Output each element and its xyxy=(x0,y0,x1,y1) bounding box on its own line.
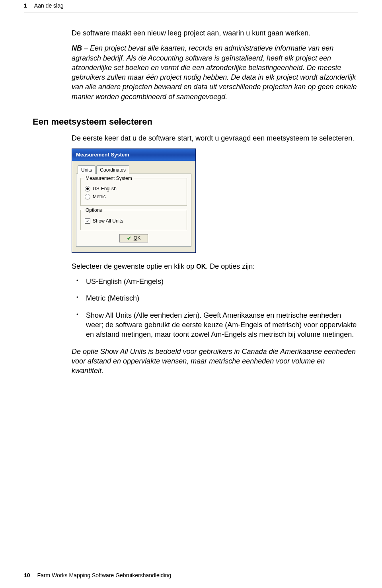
radio-icon xyxy=(85,194,90,199)
note-paragraph: De optie Show All Units is bedoeld voor … xyxy=(72,347,358,376)
radio-us-english[interactable]: US-English xyxy=(85,186,183,192)
text: Selecteer de gewenste optie en klik op xyxy=(72,262,196,270)
checkbox-show-all-units[interactable]: ✓ Show All Units xyxy=(85,218,183,224)
group-label: Options xyxy=(84,207,103,213)
paragraph: De eerste keer dat u de software start, … xyxy=(72,133,358,143)
radio-label: US-English xyxy=(93,186,117,192)
paragraph: Selecteer de gewenste optie en klik op O… xyxy=(72,262,358,271)
text: . De opties zijn: xyxy=(206,262,255,270)
list-item: Metric (Metrisch) xyxy=(86,293,358,303)
list-item: US-English (Am-Engels) xyxy=(86,277,358,286)
check-icon: ✔ xyxy=(127,235,131,241)
note-paragraph: NB – Een project bevat alle kaarten, rec… xyxy=(72,43,358,102)
checkbox-label: Show All Units xyxy=(93,218,123,224)
ok-button-label: OK xyxy=(134,235,140,241)
page-footer: 10Farm Works Mapping Software Gebruikers… xyxy=(24,572,171,578)
list-item: Show All Units (Alle eenheden zien). Gee… xyxy=(86,311,358,340)
section-heading: Een meetsysteem selecteren xyxy=(33,116,358,128)
dialog-screenshot: Measurement System Units Coordinates Mea… xyxy=(72,148,358,253)
page-number: 10 xyxy=(24,572,30,578)
dialog-tabs: Units Coordinates xyxy=(78,165,191,174)
group-measurement-system: Measurement System US-English Metric xyxy=(80,178,187,206)
checkbox-icon: ✓ xyxy=(85,218,90,224)
page-header: 1Aan de slag xyxy=(24,0,358,12)
ok-inline: OK xyxy=(196,263,206,270)
chapter-number: 1 xyxy=(24,2,27,9)
chapter-title: Aan de slag xyxy=(34,2,64,9)
footer-title: Farm Works Mapping Software Gebruikersha… xyxy=(37,572,172,578)
group-label: Measurement System xyxy=(84,175,134,182)
options-list: US-English (Am-Engels) Metric (Metrisch)… xyxy=(72,277,358,339)
tab-units[interactable]: Units xyxy=(78,165,96,174)
group-options: Options ✓ Show All Units xyxy=(80,210,187,230)
tab-coordinates[interactable]: Coordinates xyxy=(96,165,129,174)
paragraph: De software maakt een nieuw leeg project… xyxy=(72,28,358,38)
measurement-system-dialog: Measurement System Units Coordinates Mea… xyxy=(72,148,196,253)
radio-icon xyxy=(85,186,90,191)
tab-pane: Measurement System US-English Metric xyxy=(76,174,191,247)
ok-button[interactable]: ✔ OK xyxy=(119,234,148,242)
radio-metric[interactable]: Metric xyxy=(85,193,183,200)
dialog-titlebar: Measurement System xyxy=(72,149,195,161)
note-label: NB xyxy=(72,44,82,52)
note-body: – Een project bevat alle kaarten, record… xyxy=(72,44,357,100)
radio-label: Metric xyxy=(93,193,106,200)
